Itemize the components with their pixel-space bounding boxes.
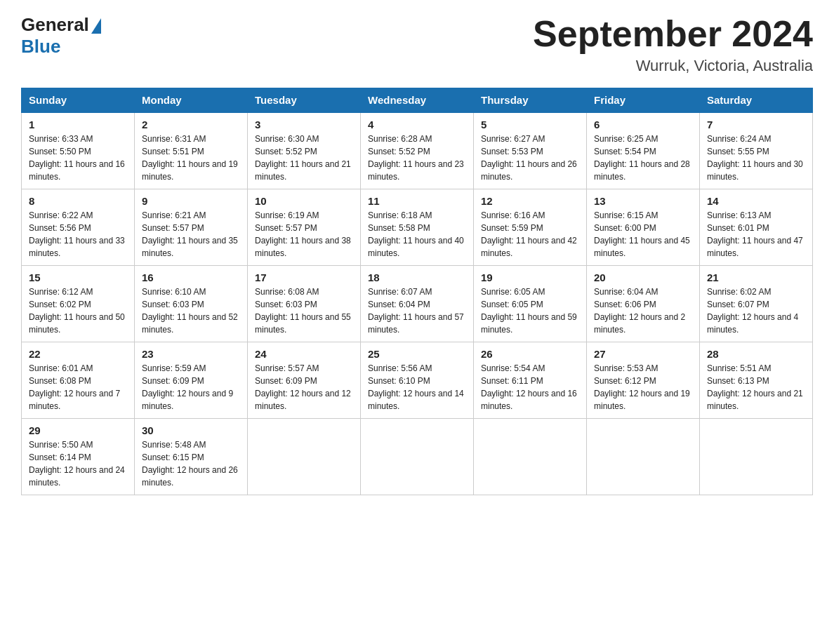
calendar-cell: 11Sunrise: 6:18 AMSunset: 5:58 PMDayligh… <box>361 189 474 266</box>
day-info: Sunrise: 6:22 AMSunset: 5:56 PMDaylight:… <box>29 209 127 260</box>
calendar-cell <box>587 419 700 495</box>
header-saturday: Saturday <box>700 88 813 113</box>
day-info: Sunrise: 6:04 AMSunset: 6:06 PMDaylight:… <box>594 286 692 336</box>
day-info: Sunrise: 5:48 AMSunset: 6:15 PMDaylight:… <box>142 438 240 489</box>
calendar-cell: 28Sunrise: 5:51 AMSunset: 6:13 PMDayligh… <box>700 342 813 419</box>
day-info: Sunrise: 6:19 AMSunset: 5:57 PMDaylight:… <box>255 209 353 260</box>
calendar-title: September 2024 <box>533 14 813 54</box>
calendar-cell: 27Sunrise: 5:53 AMSunset: 6:12 PMDayligh… <box>587 342 700 419</box>
day-info: Sunrise: 5:59 AMSunset: 6:09 PMDaylight:… <box>142 362 240 412</box>
header-sunday: Sunday <box>22 88 135 113</box>
day-info: Sunrise: 5:51 AMSunset: 6:13 PMDaylight:… <box>707 362 805 412</box>
day-number: 10 <box>255 195 353 207</box>
calendar-cell: 24Sunrise: 5:57 AMSunset: 6:09 PMDayligh… <box>248 342 361 419</box>
day-number: 9 <box>142 195 240 207</box>
day-info: Sunrise: 5:56 AMSunset: 6:10 PMDaylight:… <box>368 362 466 412</box>
calendar-cell: 22Sunrise: 6:01 AMSunset: 6:08 PMDayligh… <box>22 342 135 419</box>
day-number: 2 <box>142 119 240 130</box>
day-number: 24 <box>255 348 353 360</box>
day-info: Sunrise: 6:08 AMSunset: 6:03 PMDaylight:… <box>255 286 353 336</box>
day-info: Sunrise: 6:33 AMSunset: 5:50 PMDaylight:… <box>29 133 127 183</box>
title-section: September 2024 Wurruk, Victoria, Austral… <box>533 14 813 75</box>
calendar-cell <box>248 419 361 495</box>
week-row-3: 15Sunrise: 6:12 AMSunset: 6:02 PMDayligh… <box>22 266 813 342</box>
calendar-cell <box>700 419 813 495</box>
calendar-cell: 17Sunrise: 6:08 AMSunset: 6:03 PMDayligh… <box>248 266 361 342</box>
day-info: Sunrise: 6:18 AMSunset: 5:58 PMDaylight:… <box>368 209 466 260</box>
day-info: Sunrise: 6:28 AMSunset: 5:52 PMDaylight:… <box>368 133 466 183</box>
day-info: Sunrise: 5:53 AMSunset: 6:12 PMDaylight:… <box>594 362 692 412</box>
day-info: Sunrise: 6:12 AMSunset: 6:02 PMDaylight:… <box>29 286 127 336</box>
calendar-body: 1Sunrise: 6:33 AMSunset: 5:50 PMDaylight… <box>22 112 813 495</box>
header-tuesday: Tuesday <box>248 88 361 113</box>
day-info: Sunrise: 6:27 AMSunset: 5:53 PMDaylight:… <box>481 133 579 183</box>
calendar-subtitle: Wurruk, Victoria, Australia <box>533 57 813 75</box>
day-number: 26 <box>481 348 579 360</box>
calendar-cell: 10Sunrise: 6:19 AMSunset: 5:57 PMDayligh… <box>248 189 361 266</box>
day-info: Sunrise: 6:01 AMSunset: 6:08 PMDaylight:… <box>29 362 127 412</box>
week-row-2: 8Sunrise: 6:22 AMSunset: 5:56 PMDaylight… <box>22 189 813 266</box>
calendar-cell: 14Sunrise: 6:13 AMSunset: 6:01 PMDayligh… <box>700 189 813 266</box>
day-number: 15 <box>29 271 127 283</box>
header-thursday: Thursday <box>474 88 587 113</box>
calendar-cell <box>474 419 587 495</box>
day-number: 3 <box>255 119 353 130</box>
calendar-cell: 4Sunrise: 6:28 AMSunset: 5:52 PMDaylight… <box>361 112 474 189</box>
logo-general-text: General <box>21 14 89 36</box>
day-number: 28 <box>707 348 805 360</box>
day-info: Sunrise: 6:16 AMSunset: 5:59 PMDaylight:… <box>481 209 579 260</box>
day-number: 11 <box>368 195 466 207</box>
day-number: 20 <box>594 271 692 283</box>
header-wednesday: Wednesday <box>361 88 474 113</box>
header-row: SundayMondayTuesdayWednesdayThursdayFrid… <box>22 88 813 113</box>
calendar-cell: 13Sunrise: 6:15 AMSunset: 6:00 PMDayligh… <box>587 189 700 266</box>
day-number: 29 <box>29 424 127 436</box>
calendar-cell: 12Sunrise: 6:16 AMSunset: 5:59 PMDayligh… <box>474 189 587 266</box>
header-friday: Friday <box>587 88 700 113</box>
logo-triangle-icon <box>91 18 101 34</box>
calendar-cell: 18Sunrise: 6:07 AMSunset: 6:04 PMDayligh… <box>361 266 474 342</box>
calendar-cell: 16Sunrise: 6:10 AMSunset: 6:03 PMDayligh… <box>135 266 248 342</box>
day-info: Sunrise: 5:54 AMSunset: 6:11 PMDaylight:… <box>481 362 579 412</box>
header-monday: Monday <box>135 88 248 113</box>
logo: General Blue <box>21 14 101 58</box>
calendar-cell: 6Sunrise: 6:25 AMSunset: 5:54 PMDaylight… <box>587 112 700 189</box>
day-number: 6 <box>594 119 692 130</box>
calendar-cell: 15Sunrise: 6:12 AMSunset: 6:02 PMDayligh… <box>22 266 135 342</box>
day-info: Sunrise: 5:57 AMSunset: 6:09 PMDaylight:… <box>255 362 353 412</box>
calendar-table: SundayMondayTuesdayWednesdayThursdayFrid… <box>21 88 813 495</box>
day-info: Sunrise: 6:05 AMSunset: 6:05 PMDaylight:… <box>481 286 579 336</box>
calendar-cell <box>361 419 474 495</box>
day-number: 25 <box>368 348 466 360</box>
calendar-cell: 23Sunrise: 5:59 AMSunset: 6:09 PMDayligh… <box>135 342 248 419</box>
day-info: Sunrise: 6:31 AMSunset: 5:51 PMDaylight:… <box>142 133 240 183</box>
day-number: 18 <box>368 271 466 283</box>
day-info: Sunrise: 6:24 AMSunset: 5:55 PMDaylight:… <box>707 133 805 183</box>
calendar-cell: 8Sunrise: 6:22 AMSunset: 5:56 PMDaylight… <box>22 189 135 266</box>
calendar-cell: 7Sunrise: 6:24 AMSunset: 5:55 PMDaylight… <box>700 112 813 189</box>
calendar-header: SundayMondayTuesdayWednesdayThursdayFrid… <box>22 88 813 113</box>
day-number: 27 <box>594 348 692 360</box>
day-number: 23 <box>142 348 240 360</box>
day-number: 5 <box>481 119 579 130</box>
day-number: 12 <box>481 195 579 207</box>
day-info: Sunrise: 5:50 AMSunset: 6:14 PMDaylight:… <box>29 438 127 489</box>
calendar-cell: 5Sunrise: 6:27 AMSunset: 5:53 PMDaylight… <box>474 112 587 189</box>
calendar-cell: 21Sunrise: 6:02 AMSunset: 6:07 PMDayligh… <box>700 266 813 342</box>
page-header: General Blue September 2024 Wurruk, Vict… <box>21 14 813 75</box>
calendar-cell: 20Sunrise: 6:04 AMSunset: 6:06 PMDayligh… <box>587 266 700 342</box>
calendar-cell: 29Sunrise: 5:50 AMSunset: 6:14 PMDayligh… <box>22 419 135 495</box>
day-info: Sunrise: 6:15 AMSunset: 6:00 PMDaylight:… <box>594 209 692 260</box>
week-row-5: 29Sunrise: 5:50 AMSunset: 6:14 PMDayligh… <box>22 419 813 495</box>
day-info: Sunrise: 6:30 AMSunset: 5:52 PMDaylight:… <box>255 133 353 183</box>
day-number: 1 <box>29 119 127 130</box>
day-number: 16 <box>142 271 240 283</box>
day-info: Sunrise: 6:02 AMSunset: 6:07 PMDaylight:… <box>707 286 805 336</box>
logo-blue-text: Blue <box>21 36 101 58</box>
day-number: 21 <box>707 271 805 283</box>
day-info: Sunrise: 6:07 AMSunset: 6:04 PMDaylight:… <box>368 286 466 336</box>
week-row-4: 22Sunrise: 6:01 AMSunset: 6:08 PMDayligh… <box>22 342 813 419</box>
calendar-cell: 30Sunrise: 5:48 AMSunset: 6:15 PMDayligh… <box>135 419 248 495</box>
day-number: 13 <box>594 195 692 207</box>
calendar-cell: 1Sunrise: 6:33 AMSunset: 5:50 PMDaylight… <box>22 112 135 189</box>
